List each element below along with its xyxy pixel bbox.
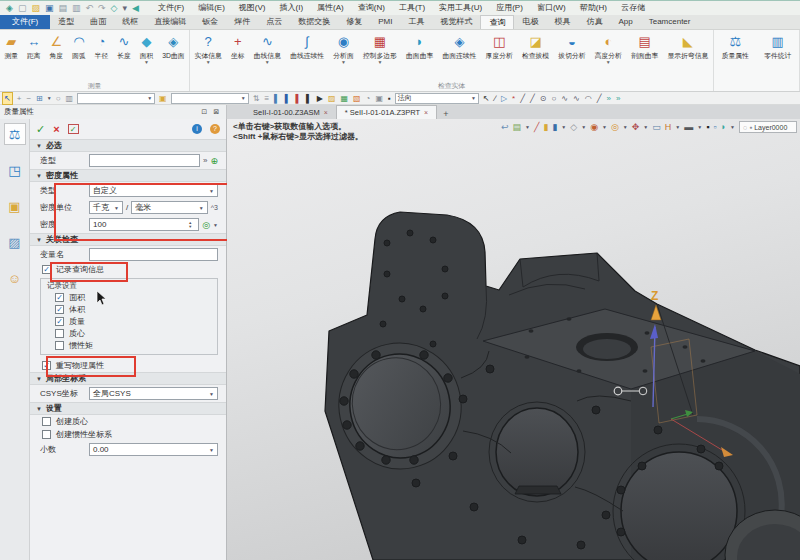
help-icon[interactable]: ? (210, 124, 220, 134)
menu-item-6[interactable]: 工具(T) (392, 1, 432, 15)
new-tab-button[interactable]: + (437, 109, 454, 119)
menu-item-10[interactable]: 帮助(H) (573, 1, 614, 15)
checkbox-3[interactable] (55, 329, 64, 338)
run-icon[interactable]: ▷ (500, 93, 508, 104)
ribbon-tab-14[interactable]: 电极 (514, 15, 546, 29)
section-association[interactable]: ▼ 关联检查 (30, 233, 226, 246)
ribbon-button-area[interactable]: ◆面积▼ (137, 33, 157, 65)
spinner-arrows-icon[interactable]: ▲▼ (188, 221, 195, 229)
mass-unit-combo[interactable]: 千克▼ (89, 201, 123, 214)
variable-name-input[interactable] (89, 248, 218, 261)
ribbon-tab-11[interactable]: 工具 (400, 15, 432, 29)
shape-input[interactable] (89, 154, 200, 167)
ribbon-button-draft-check[interactable]: ◪检查拔模 (519, 33, 552, 60)
csys-combo[interactable]: 全局CSYS▼ (89, 387, 218, 400)
document-tab-1[interactable]: * SeII-I-01-01A.Z3PRT× (336, 105, 437, 119)
density-value-input[interactable]: 100 ▲▼ (89, 218, 199, 231)
new-file-icon[interactable]: ▢ (16, 2, 29, 15)
ok-button[interactable]: ✓ (36, 123, 45, 136)
assembly-tab-icon[interactable]: ▣ (4, 195, 26, 217)
ribbon-tab-17[interactable]: App (610, 15, 640, 29)
chevron-down-icon[interactable]: ▼ (213, 222, 218, 228)
ribbon-button-angle[interactable]: ∠角度 (47, 33, 67, 60)
gearbox-housing-model[interactable] (325, 212, 800, 560)
ribbon-tab-4[interactable]: 直接编辑 (146, 15, 194, 29)
ribbon-tab-3[interactable]: 线框 (114, 15, 146, 29)
menu-item-5[interactable]: 查询(N) (351, 1, 392, 15)
entity-filter-combo[interactable]: ▼ (77, 93, 155, 104)
library-icon[interactable]: ▦ (339, 93, 349, 104)
document-tab-0[interactable]: SeII-I-01-00.Z3ASM× (245, 106, 336, 119)
section-required[interactable]: ▼ 必选 (30, 139, 226, 152)
menu-item-3[interactable]: 插入(I) (273, 1, 311, 15)
app-logo-icon[interactable]: ◈ (4, 2, 15, 15)
ribbon-tab-18[interactable]: Teamcenter (641, 15, 699, 29)
dropdown-arrow-icon[interactable]: ▾ (121, 2, 130, 15)
settings-checkbox-1[interactable] (42, 430, 51, 439)
checkbox-4[interactable] (55, 341, 64, 350)
menu-item-4[interactable]: 属性(A) (310, 1, 351, 15)
filter-tool-icon[interactable]: ▣ (158, 93, 168, 104)
menu-item-1[interactable]: 编辑(E) (191, 1, 232, 15)
ribbon-tab-13[interactable]: 查询 (480, 15, 514, 29)
pointer-tool-icon[interactable]: ↖ (482, 93, 491, 104)
ribbon-button-control-polygon[interactable]: ▦控制多边形▼ (360, 33, 400, 65)
diamond-tool-icon[interactable]: ◇ (109, 2, 120, 15)
decimal-combo[interactable]: 0.00▼ (89, 443, 218, 456)
align-bottom-icon[interactable]: ≡ (263, 93, 270, 104)
fly-out-icon[interactable]: » (615, 93, 621, 104)
layer-filter-combo[interactable]: ▼ (171, 93, 249, 104)
fly-through-icon[interactable]: » (606, 93, 612, 104)
ribbon-tab-2[interactable]: 曲面 (82, 15, 114, 29)
checkbox-1[interactable]: ✓ (55, 305, 64, 314)
length-unit-combo[interactable]: 毫米▼ (131, 201, 208, 214)
ribbon-button-curve-continuity[interactable]: ∫曲线连续性 (287, 33, 327, 60)
snap-3-icon[interactable]: ▌ (294, 93, 302, 104)
cancel-button[interactable]: × (53, 123, 59, 135)
snap-1-icon[interactable]: ▌ (273, 93, 281, 104)
curve-tool-icon[interactable]: ∿ (572, 93, 581, 104)
pick-box-icon[interactable]: ⊞ (35, 93, 44, 104)
exponent-label[interactable]: ^3 (211, 204, 218, 211)
ribbon-tab-6[interactable]: 焊件 (226, 15, 258, 29)
section-settings[interactable]: ▼ 设置 (30, 402, 226, 415)
line-tool-icon[interactable]: ╱ (519, 93, 526, 104)
expand-chevrons-icon[interactable]: » (203, 156, 207, 165)
ribbon-tab-8[interactable]: 数据交换 (290, 15, 338, 29)
normal-direction-combo[interactable]: 法向▼ (395, 93, 479, 104)
undo-icon[interactable]: ↶ (84, 2, 96, 15)
ribbon-button-undercut-analysis[interactable]: ◒拔切分析 (555, 33, 588, 60)
ribbon-tab-16[interactable]: 仿真 (578, 15, 610, 29)
visual-manager-tab-icon[interactable]: ▨ (4, 231, 26, 253)
checkbox-2[interactable]: ✓ (55, 317, 64, 326)
ribbon-button-section-curvature[interactable]: ▤剖面曲率 (628, 33, 661, 60)
snap-2-icon[interactable]: ▌ (284, 93, 292, 104)
menu-item-2[interactable]: 视图(V) (232, 1, 273, 15)
slash-tool-icon[interactable]: ╱ (596, 93, 603, 104)
ribbon-tab-1[interactable]: 造型 (50, 15, 82, 29)
section-view-icon[interactable]: ▣ (374, 93, 384, 104)
ribbon-button-height-analysis[interactable]: ◐高度分析▼ (592, 33, 625, 65)
play-back-icon[interactable]: ◀ (130, 2, 141, 15)
ribbon-button-mass-properties[interactable]: ⚖质量属性 (719, 33, 752, 60)
album-icon[interactable]: ▧ (352, 93, 362, 104)
spline-tool-icon[interactable]: ∿ (560, 93, 569, 104)
measure-density-icon[interactable]: ◎ (202, 220, 210, 230)
ribbon-tab-5[interactable]: 钣金 (194, 15, 226, 29)
menu-item-7[interactable]: 实用工具(U) (432, 1, 489, 15)
role-tab-icon[interactable]: ☺ (4, 267, 26, 289)
redo-icon[interactable]: ↷ (96, 2, 108, 15)
menu-item-9[interactable]: 窗口(W) (530, 1, 573, 15)
override-physical-checkbox[interactable]: ✓ (42, 361, 51, 370)
record-query-checkbox[interactable]: ✓ (42, 265, 51, 274)
pick-entity-icon[interactable]: ⊕ (210, 156, 218, 166)
ribbon-button-surface-curvature[interactable]: ◗曲面曲率 (403, 33, 436, 60)
ribbon-button-radius[interactable]: ◔半径 (92, 33, 112, 60)
circle-center-icon[interactable]: ⊙ (539, 93, 548, 104)
mass-properties-tab-icon[interactable]: ⚖ (4, 123, 26, 145)
add-filter-icon[interactable]: + (16, 93, 23, 104)
polyline-tool-icon[interactable]: ╱ (529, 93, 536, 104)
print-icon[interactable]: ▤ (56, 2, 69, 15)
solid-toggle-icon[interactable]: ▪ (387, 93, 392, 104)
point-star-icon[interactable]: * (511, 93, 516, 104)
